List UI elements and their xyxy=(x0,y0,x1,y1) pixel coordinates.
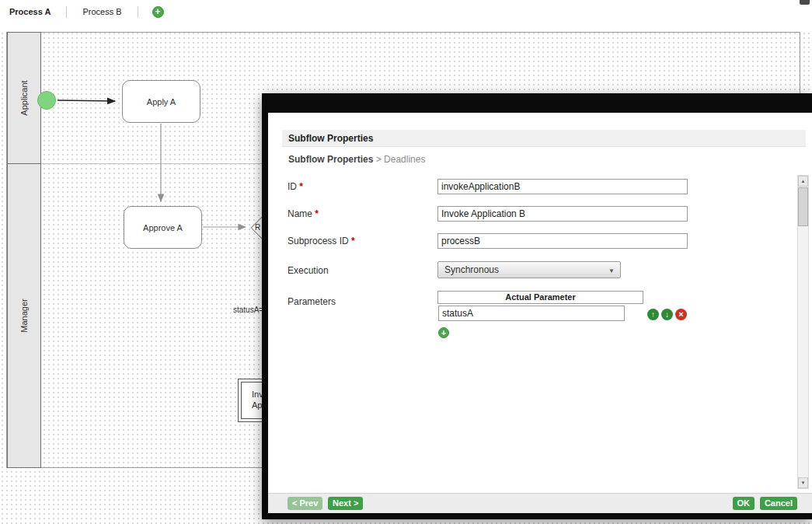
process-tab-bar: Process A Process B + xyxy=(0,0,812,23)
parameters-column-header: Actual Parameter xyxy=(437,291,643,304)
name-label: Name * xyxy=(288,208,319,219)
breadcrumb-separator: > xyxy=(376,154,382,165)
breadcrumb-current: Subflow Properties xyxy=(288,154,373,165)
dialog-title: Subflow Properties xyxy=(282,130,806,147)
id-label: ID * xyxy=(288,181,303,192)
lane-manager[interactable]: Manager xyxy=(7,163,41,468)
dialog-body: Subflow Properties Subflow Properties > … xyxy=(268,113,812,513)
delete-parameter-icon[interactable]: × xyxy=(675,309,687,320)
required-mark: * xyxy=(299,181,303,192)
execution-label: Execution xyxy=(288,265,329,276)
partial-corner-icon xyxy=(800,0,810,5)
execution-selected-value: Synchronous xyxy=(438,262,620,278)
parameters-label: Parameters xyxy=(288,296,336,307)
scroll-up-icon[interactable]: ▲ xyxy=(798,176,808,187)
scrollbar-thumb[interactable] xyxy=(798,187,808,226)
tab-process-a[interactable]: Process A xyxy=(8,6,67,18)
parameter-value-field[interactable] xyxy=(438,306,625,321)
ok-button[interactable]: OK xyxy=(733,497,755,510)
breadcrumb-next: Deadlines xyxy=(384,154,425,165)
add-process-icon[interactable]: + xyxy=(152,6,164,18)
start-event-node[interactable] xyxy=(37,91,56,110)
required-mark: * xyxy=(351,236,355,246)
name-field[interactable] xyxy=(437,206,688,222)
task-apply-a[interactable]: Apply A xyxy=(122,80,200,123)
subprocess-id-label: Subprocess ID * xyxy=(288,236,355,246)
scroll-down-icon[interactable]: ▼ xyxy=(798,477,808,488)
lane-manager-label: Manager xyxy=(19,299,29,332)
next-button[interactable]: Next > xyxy=(328,497,363,510)
app-root: Process A Process B + Applicant Manager xyxy=(0,0,812,524)
execution-select[interactable]: Synchronous ▼ xyxy=(437,261,621,278)
gateway-label: R xyxy=(255,223,260,232)
dialog-footer: < Prev Next > OK Cancel xyxy=(268,493,812,513)
tab-process-b[interactable]: Process B xyxy=(81,6,138,18)
task-approve-a[interactable]: Approve A xyxy=(124,206,202,249)
dialog-scrollbar[interactable]: ▲ ▼ xyxy=(797,175,809,489)
subprocess-id-field[interactable] xyxy=(437,233,688,249)
prev-button[interactable]: < Prev xyxy=(288,497,322,510)
edge-condition-label: statusA= xyxy=(233,306,263,314)
subflow-properties-dialog: Subflow Properties Subflow Properties > … xyxy=(262,93,812,519)
cancel-button[interactable]: Cancel xyxy=(760,497,797,510)
move-down-icon[interactable]: ↓ xyxy=(661,309,673,320)
lane-applicant-label: Applicant xyxy=(19,80,29,115)
required-mark: * xyxy=(315,208,319,219)
move-up-icon[interactable]: ↑ xyxy=(647,309,659,320)
lane-applicant[interactable]: Applicant xyxy=(7,32,41,164)
id-field[interactable] xyxy=(437,179,688,194)
breadcrumb: Subflow Properties > Deadlines xyxy=(288,154,425,165)
chevron-down-icon: ▼ xyxy=(608,267,615,274)
add-parameter-icon[interactable]: + xyxy=(438,327,449,338)
